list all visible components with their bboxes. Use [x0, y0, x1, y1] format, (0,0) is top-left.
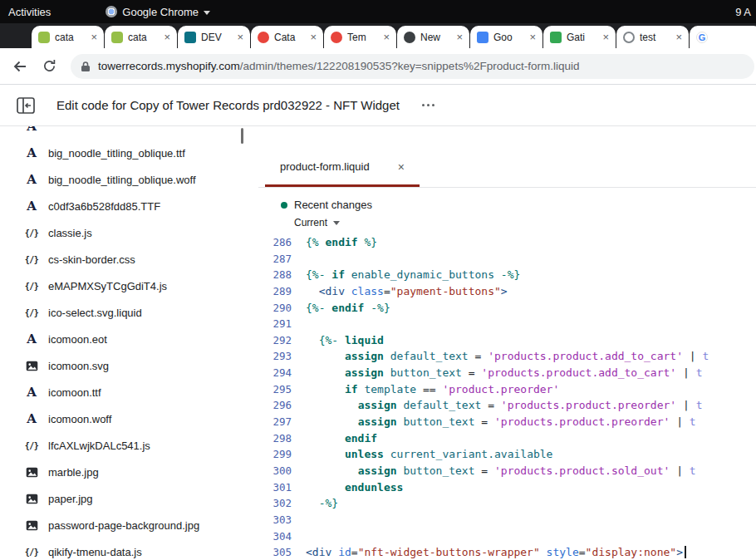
address-bar[interactable]: towerrecords.myshopify.com/admin/themes/… — [71, 54, 754, 79]
file-item[interactable]: icomoon.svg — [0, 352, 249, 379]
file-item[interactable]: {/}cs-skin-border.css — [0, 246, 249, 273]
code-text — [299, 512, 306, 528]
text-cursor — [685, 546, 686, 558]
browser-tab-label: Goo — [493, 32, 526, 43]
line-number: 298 — [258, 430, 299, 447]
file-item[interactable]: marble.jpg — [0, 459, 249, 485]
url-domain: towerrecords.myshopify.com — [98, 60, 240, 72]
file-item[interactable]: {/}qikify-tmenu-data.js — [0, 538, 249, 560]
file-item[interactable]: paper.jpg — [0, 485, 249, 512]
code-file-icon: {/} — [23, 548, 40, 557]
version-label: Current — [294, 217, 327, 228]
editor-tab[interactable]: product-form.liquid × — [265, 149, 420, 187]
file-name: lfcAXLwjkDALc541.js — [48, 440, 150, 452]
file-item[interactable]: {/}lfcAXLwjkDALc541.js — [0, 432, 249, 459]
code-line[interactable]: 302 -%} — [258, 495, 756, 512]
sidebar-scrollbar[interactable] — [241, 128, 243, 144]
code-line[interactable]: 293 assign default_text = 'products.prod… — [258, 348, 756, 365]
code-line[interactable]: 298 endif — [258, 430, 756, 447]
line-number: 305 — [258, 544, 299, 560]
recent-changes-label: Recent changes — [294, 199, 372, 211]
browser-tab[interactable]: G — [690, 26, 756, 48]
back-button[interactable] — [12, 58, 28, 75]
code-line[interactable]: 296 assign default_text = 'products.prod… — [258, 397, 756, 414]
tab-close-icon[interactable]: × — [456, 31, 463, 43]
font-file-icon: A — [23, 411, 40, 426]
image-file-icon — [23, 467, 40, 478]
code-line[interactable]: 294 assign button_text = 'products.produ… — [258, 365, 756, 381]
code-line[interactable]: 291 — [258, 316, 756, 332]
file-item[interactable]: {/}ico-select.svg.liquid — [0, 299, 249, 326]
browser-tab[interactable]: test× — [616, 26, 689, 48]
file-item[interactable]: Abig_noodle_titling_oblique.woff — [0, 166, 249, 193]
code-text — [299, 316, 306, 332]
image-file-icon — [23, 520, 40, 531]
code-line[interactable]: 290{%- endif -%} — [258, 300, 756, 317]
tab-close-icon[interactable]: × — [310, 31, 317, 43]
browser-tab[interactable]: cata× — [105, 26, 177, 48]
blue-favicon — [477, 32, 488, 43]
tab-close-icon[interactable]: × — [383, 31, 390, 43]
line-number: 303 — [258, 512, 299, 528]
activities-button[interactable]: Activities — [8, 6, 51, 18]
file-item[interactable]: Ac0df3a6b528fdd85.TTF — [0, 193, 249, 219]
file-item[interactable]: {/}eMAPMXSyTCgGdiT4.js — [0, 273, 249, 299]
tab-close-icon[interactable]: × — [675, 31, 682, 43]
line-number: 295 — [258, 381, 299, 398]
reload-button[interactable] — [42, 58, 57, 74]
file-item[interactable]: password-page-background.jpg — [0, 512, 249, 538]
code-line[interactable]: 286{% endif %} — [258, 234, 756, 251]
close-tab-icon[interactable]: × — [398, 160, 405, 174]
file-item[interactable]: {/}classie.js — [0, 219, 249, 246]
code-line[interactable]: 304 — [258, 528, 756, 545]
browser-tab[interactable]: Gati× — [543, 26, 616, 48]
red-favicon — [331, 32, 342, 43]
file-item[interactable]: A — [0, 126, 249, 140]
code-editor[interactable]: 286{% endif %}287288{%- if enable_dynami… — [258, 234, 756, 560]
tab-close-icon[interactable]: × — [164, 31, 170, 43]
code-line[interactable]: 299 unless current_variant.available — [258, 446, 756, 463]
tab-close-icon[interactable]: × — [529, 31, 536, 43]
url-path: /admin/themes/122208190535?key=snippets%… — [240, 60, 580, 72]
code-line[interactable]: 300 assign button_text = 'products.produ… — [258, 463, 756, 479]
code-line[interactable]: 301 endunless — [258, 479, 756, 496]
code-lines: 286{% endif %}287288{%- if enable_dynami… — [258, 234, 756, 560]
code-line[interactable]: 288{%- if enable_dynamic_buttons -%} — [258, 267, 756, 283]
browser-tab[interactable]: DEV× — [178, 26, 250, 48]
line-number: 296 — [258, 397, 299, 414]
file-item[interactable]: Aicomoon.woff — [0, 405, 249, 432]
file-name: cs-skin-border.css — [48, 253, 135, 266]
code-line[interactable]: 295 if template == 'product.preorder' — [258, 381, 756, 398]
browser-tab[interactable]: Tem× — [324, 26, 396, 48]
code-line[interactable]: 292 {%- liquid — [258, 332, 756, 349]
code-line[interactable]: 287 — [258, 251, 756, 268]
browser-tab[interactable]: Cata× — [251, 26, 323, 48]
file-item[interactable]: Aicomoon.eot — [0, 326, 249, 352]
line-number: 290 — [258, 300, 299, 317]
collapse-sidebar-button[interactable] — [17, 97, 35, 114]
code-text: endif — [299, 430, 377, 447]
file-item[interactable]: Aicomoon.ttf — [0, 379, 249, 405]
file-sidebar: AAbig_noodle_titling_oblique.ttfAbig_noo… — [0, 126, 249, 560]
app-menu[interactable]: Google Chrome — [106, 6, 210, 18]
code-line[interactable]: 305<div id="nft-widget-buttons-wrapper" … — [258, 544, 756, 560]
browser-tab[interactable]: Goo× — [470, 26, 542, 48]
more-options-icon[interactable] — [421, 104, 436, 106]
browser-tab[interactable]: cata× — [32, 26, 104, 48]
recent-changes-panel: Recent changes Current — [258, 188, 756, 234]
caret-down-icon — [333, 221, 340, 225]
browser-tab-label: cata — [55, 32, 87, 43]
browser-tab[interactable]: New× — [397, 26, 469, 48]
line-number: 294 — [258, 365, 299, 381]
browser-toolbar: towerrecords.myshopify.com/admin/themes/… — [0, 48, 756, 85]
file-item[interactable]: Abig_noodle_titling_oblique.ttf — [0, 140, 249, 166]
tab-close-icon[interactable]: × — [602, 31, 609, 43]
code-line[interactable]: 303 — [258, 512, 756, 528]
code-file-icon: {/} — [23, 255, 40, 264]
code-line[interactable]: 289 <div class="payment-buttons"> — [258, 283, 756, 300]
tab-close-icon[interactable]: × — [237, 31, 243, 43]
clock-label[interactable]: 9 A — [735, 6, 751, 18]
tab-close-icon[interactable]: × — [91, 31, 97, 43]
code-line[interactable]: 297 assign button_text = 'products.produ… — [258, 414, 756, 430]
version-dropdown[interactable]: Current — [294, 217, 756, 228]
